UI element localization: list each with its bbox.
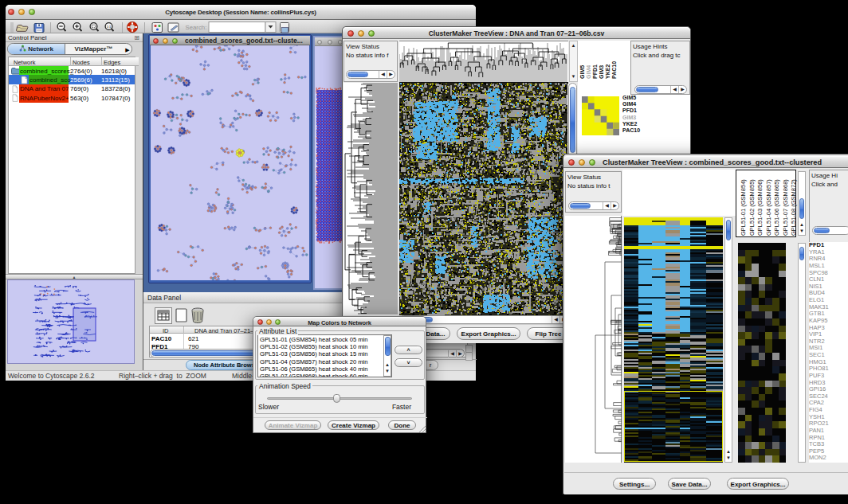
svg-text:1:1: 1:1 <box>107 25 112 29</box>
svg-text:Search:: Search: <box>186 24 207 31</box>
